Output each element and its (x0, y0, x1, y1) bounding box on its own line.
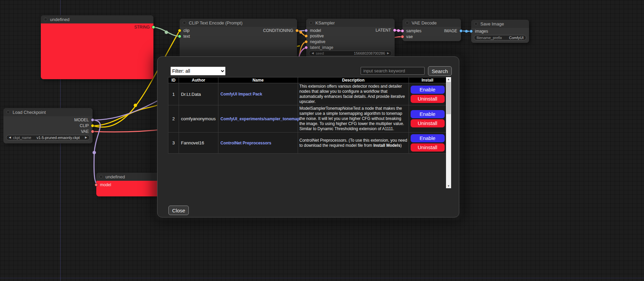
input-slot-model[interactable]: model (95, 182, 111, 188)
wire-midpoint-dot (165, 31, 168, 34)
node-title: undefined (50, 17, 69, 22)
node-title: Load Checkpoint (13, 110, 46, 115)
input-slot-text[interactable]: text (178, 34, 190, 39)
node-titlebar[interactable]: Load Checkpoint (3, 108, 93, 116)
output-slot-image[interactable]: IMAGE (444, 28, 463, 34)
widget-value: v1-5-pruned-emaonly.ckpt (33, 136, 83, 140)
input-slot-images[interactable]: images (469, 29, 488, 34)
node-titlebar[interactable]: Save Image (471, 20, 529, 28)
node-titlebar[interactable]: undefined (41, 15, 153, 23)
slot-label: STRING (134, 25, 150, 30)
uninstall-button[interactable]: Uninstall (411, 143, 445, 152)
ckpt-name-widget[interactable]: ◀ ckpt_name v1-5-pruned-emaonly.ckpt ▶ (6, 135, 90, 140)
column-header-id: ID (168, 77, 179, 83)
cell-author: Fannovel16 (179, 133, 218, 154)
widget-arrow-left-icon[interactable]: ◀ (9, 136, 11, 139)
extension-link[interactable]: ComfyUI Impact Pack (220, 92, 262, 96)
slot-label: MODEL (74, 118, 89, 122)
slot-label: model (310, 28, 321, 33)
widget-arrow-right-icon[interactable]: ▶ (387, 52, 389, 55)
enable-button[interactable]: Enable (411, 110, 445, 118)
node-status-dot-icon (44, 18, 47, 21)
cell-install: Enable Uninstall (409, 105, 446, 133)
uninstall-button[interactable]: Uninstall (411, 95, 445, 103)
filename-prefix-widget[interactable]: filename_prefix ComfyUI (474, 35, 526, 40)
input-slot-negative[interactable]: negative (304, 39, 325, 45)
output-dot-clip[interactable] (91, 124, 94, 127)
node-load-checkpoint[interactable]: Load Checkpoint MODEL CLIP VAE ◀ ckpt_na… (3, 108, 93, 143)
input-dot-latent-image[interactable] (304, 46, 308, 49)
node-title: KSampler (315, 20, 335, 25)
input-slot-latent-image[interactable]: latent_image (304, 45, 333, 50)
table-scrollbar[interactable]: ▲ ▼ (446, 77, 451, 188)
input-dot-model[interactable] (95, 183, 98, 187)
output-dot-image[interactable] (459, 29, 463, 33)
search-input[interactable] (361, 67, 425, 75)
output-dot-vae[interactable] (91, 130, 94, 133)
table-row: 1 Dr.Lt.Data ComfyUI Impact Pack This ex… (168, 83, 446, 105)
close-button[interactable]: Close (168, 206, 189, 215)
input-dot-clip[interactable] (178, 29, 181, 32)
extension-link[interactable]: ControlNet Preprocessors (220, 141, 271, 145)
output-slot-vae[interactable]: VAE (81, 129, 94, 134)
input-dot-positive[interactable] (304, 34, 308, 38)
node-titlebar[interactable]: CLIP Text Encode (Prompt) (180, 19, 297, 27)
extension-link[interactable]: ComfyUI_experiments/sampler_tonemap (220, 117, 300, 121)
input-slot-vae[interactable]: vae (401, 34, 413, 39)
slot-label: LATENT (376, 28, 391, 33)
input-dot-vae[interactable] (401, 35, 404, 38)
input-dot-model[interactable] (304, 29, 308, 32)
slot-label: CLIP (80, 123, 89, 128)
node-undefined-top[interactable]: undefined STRING (41, 15, 153, 79)
scroll-down-icon[interactable]: ▼ (446, 184, 451, 188)
input-slot-positive[interactable]: positive (304, 33, 324, 39)
canvas-axis-horizontal (0, 278, 644, 278)
column-header-description: Description (298, 77, 409, 83)
search-button[interactable]: Search (428, 66, 452, 76)
uninstall-button[interactable]: Uninstall (411, 119, 445, 127)
cell-author: Dr.Lt.Data (179, 83, 218, 105)
output-dot-model[interactable] (91, 118, 94, 122)
slot-label: CONDITIONING (263, 28, 293, 33)
node-canvas[interactable]: undefined STRING CLIP Text Encode (Promp… (0, 0, 644, 281)
output-slot-conditioning[interactable]: CONDITIONING (263, 28, 299, 33)
input-dot-images[interactable] (469, 30, 473, 33)
input-slot-clip[interactable]: clip (178, 28, 189, 33)
wire-midpoint-dot (134, 104, 137, 107)
input-slot-samples[interactable]: samples (401, 28, 422, 34)
node-save-image[interactable]: Save Image images filename_prefix ComfyU… (471, 20, 529, 43)
node-titlebar[interactable]: KSampler (306, 19, 395, 27)
cell-description: This extension offers various detector n… (298, 83, 409, 105)
slot-label: model (100, 182, 111, 187)
enable-button[interactable]: Enable (411, 134, 445, 142)
node-titlebar[interactable]: VAE Decode (402, 19, 461, 27)
cell-description: ControlNet Preprocessors. (To use this e… (298, 133, 409, 154)
widget-arrow-right-icon[interactable]: ▶ (85, 136, 87, 139)
output-dot-string[interactable] (152, 25, 155, 29)
scrollbar-thumb[interactable] (446, 82, 451, 114)
slot-label: VAE (81, 129, 89, 134)
cell-author: comfyanonymous (179, 105, 218, 133)
node-vae-decode[interactable]: VAE Decode samples vae IMAGE (402, 19, 461, 41)
filter-select[interactable]: Filter: all (170, 67, 226, 75)
widget-label: filename_prefix (477, 36, 502, 40)
slot-label: latent_image (310, 45, 333, 50)
widget-arrow-left-icon[interactable]: ◀ (312, 52, 314, 55)
table-row: 3 Fannovel16 ControlNet Preprocessors Co… (168, 133, 446, 154)
seed-widget[interactable]: ◀ seed 156680208700286 ▶ (309, 51, 392, 56)
output-slot-model[interactable]: MODEL (74, 117, 94, 123)
description-bold-text: Install Models (373, 143, 400, 148)
input-dot-negative[interactable] (304, 40, 308, 43)
scroll-up-icon[interactable]: ▲ (446, 77, 451, 82)
output-slot-string[interactable]: STRING (134, 24, 155, 30)
input-slot-model[interactable]: model (304, 28, 321, 33)
input-dot-text[interactable] (178, 35, 181, 38)
input-dot-samples[interactable] (401, 29, 404, 33)
output-slot-latent[interactable]: LATENT (376, 28, 396, 33)
output-dot-conditioning[interactable] (295, 29, 299, 32)
extension-table: ID Author Name Description Install 1 Dr.… (168, 77, 446, 154)
output-dot-latent[interactable] (393, 29, 396, 32)
enable-button[interactable]: Enable (411, 86, 445, 94)
widget-value: 156680208700286 (326, 51, 385, 55)
output-slot-clip[interactable]: CLIP (80, 123, 94, 128)
